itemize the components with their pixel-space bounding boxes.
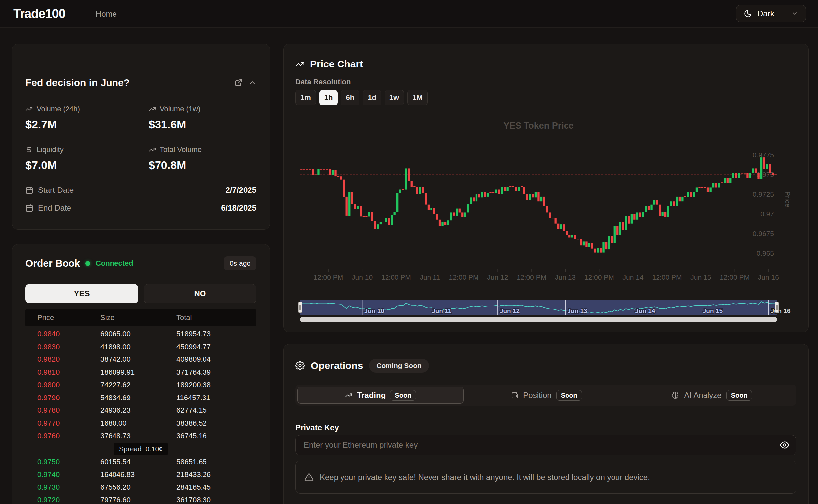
order-price: 0.9800	[25, 381, 100, 389]
order-book-row[interactable]: 0.973067556.20284165.45	[25, 481, 256, 494]
order-price: 0.9750	[25, 458, 100, 466]
last-update-badge: 0s ago	[224, 256, 256, 270]
order-size: 79776.60	[100, 496, 176, 504]
order-size: 54834.69	[100, 394, 176, 402]
stat-value: $7.0M	[25, 159, 149, 172]
order-book-row[interactable]: 0.972079776.60361708.30	[25, 494, 256, 504]
nav-link-home[interactable]: Home	[96, 9, 117, 19]
order-price: 0.9820	[25, 355, 100, 364]
order-book-row[interactable]: 0.979054834.69116457.31	[25, 392, 256, 404]
svg-text:0.9725: 0.9725	[753, 190, 774, 198]
date-label: Start Date	[38, 186, 74, 195]
order-book-row[interactable]: 0.984069065.00518954.73	[25, 328, 256, 341]
order-total: 189200.38	[176, 381, 256, 389]
order-price: 0.9830	[25, 343, 100, 351]
order-book-row[interactable]: 0.980074227.62189200.38	[25, 379, 256, 392]
eye-icon[interactable]	[780, 441, 789, 450]
stat-label: Volume (24h)	[37, 105, 80, 113]
stat-value: $70.8M	[149, 159, 256, 172]
external-link-icon[interactable]	[235, 79, 242, 87]
order-total: 58651.65	[176, 458, 256, 466]
column-header: Size	[100, 314, 176, 322]
candlestick-chart[interactable]: YES Token Price0.97750.9750.97250.970.96…	[283, 44, 809, 333]
svg-text:12:00 PM: 12:00 PM	[449, 273, 479, 281]
order-book-header: PriceSizeTotal	[25, 309, 256, 326]
order-price: 0.9840	[25, 330, 100, 338]
svg-text:Jun 15: Jun 15	[690, 273, 711, 281]
spread-row: Spread: 0.10¢	[25, 442, 256, 456]
order-book-row[interactable]: 0.9810186099.91371764.39	[25, 366, 256, 379]
operations-card: Operations Coming Soon TradingSoonPositi…	[283, 344, 809, 504]
column-header: Total	[176, 314, 256, 322]
order-size: 74227.62	[100, 381, 176, 389]
date-value: 2/7/2025	[226, 186, 256, 195]
market-stats: Volume (24h)$2.7MVolume (1w)$31.6MLiquid…	[25, 105, 256, 172]
order-total: 36745.16	[176, 432, 256, 440]
gear-icon	[295, 361, 305, 370]
brain-icon	[671, 391, 679, 399]
order-total: 371764.39	[176, 368, 256, 377]
svg-text:Jun 15: Jun 15	[703, 307, 723, 314]
order-book-row[interactable]: 0.975060155.5458651.65	[25, 456, 256, 469]
order-book-card: Order Book Connected 0s ago YESNO PriceS…	[12, 244, 270, 504]
market-stat: Volume (1w)$31.6M	[149, 105, 256, 131]
order-total: 450994.77	[176, 343, 256, 351]
trending-up-icon	[149, 105, 156, 113]
svg-text:Jun 13: Jun 13	[568, 307, 587, 314]
stat-label: Volume (1w)	[160, 105, 200, 113]
svg-text:Jun 12: Jun 12	[487, 273, 508, 281]
svg-text:Jun 11: Jun 11	[420, 273, 440, 281]
chevron-up-icon[interactable]	[248, 79, 256, 87]
operations-tab-trading[interactable]: TradingSoon	[297, 387, 464, 404]
svg-text:Jun 10: Jun 10	[352, 273, 372, 281]
date-row: Start Date2/7/2025	[25, 181, 256, 199]
coming-soon-badge: Coming Soon	[369, 359, 429, 373]
tab-label: Position	[523, 391, 551, 400]
order-book-row[interactable]: 0.983041898.00450994.77	[25, 341, 256, 354]
order-book-row[interactable]: 0.976037648.7336745.16	[25, 430, 256, 442]
operations-tab-ai-analyze[interactable]: AI AnalyzeSoon	[629, 387, 795, 404]
order-book-row[interactable]: 0.978024936.2362774.15	[25, 404, 256, 417]
market-stat: Liquidity$7.0M	[25, 146, 149, 172]
stat-value: $31.6M	[149, 118, 256, 131]
trending-up-icon	[149, 146, 156, 153]
soon-badge: Soon	[556, 390, 582, 401]
order-total: 518954.73	[176, 330, 256, 338]
app-logo[interactable]: Trade100	[13, 7, 65, 21]
order-book-row[interactable]: 0.97701680.0038386.52	[25, 417, 256, 430]
connection-status-label: Connected	[96, 259, 133, 268]
order-book-row[interactable]: 0.9740164046.83218433.26	[25, 468, 256, 481]
order-book-tab-no[interactable]: NO	[144, 284, 256, 303]
svg-text:12:00 PM: 12:00 PM	[517, 273, 546, 281]
market-stat: Total Volume$70.8M	[149, 146, 256, 172]
svg-text:0.97: 0.97	[760, 210, 774, 218]
market-stat: Volume (24h)$2.7M	[25, 105, 149, 131]
column-header: Price	[25, 314, 100, 322]
order-size: 1680.00	[100, 419, 176, 428]
order-size: 186099.91	[100, 368, 176, 377]
operations-title: Operations	[311, 360, 363, 371]
order-book-row[interactable]: 0.982038742.00409809.04	[25, 353, 256, 366]
order-book-rows: 0.984069065.00518954.730.983041898.00450…	[25, 328, 256, 504]
tab-label: Trading	[357, 391, 386, 400]
order-size: 24936.23	[100, 406, 176, 415]
chevron-down-icon	[791, 10, 798, 17]
theme-selector[interactable]: Dark	[736, 5, 806, 22]
spread-badge: Spread: 0.10¢	[114, 443, 168, 455]
order-price: 0.9770	[25, 419, 100, 428]
order-total: 62774.15	[176, 406, 256, 415]
soon-badge: Soon	[726, 390, 752, 401]
svg-text:12:00 PM: 12:00 PM	[720, 273, 750, 281]
soon-badge: Soon	[390, 390, 416, 401]
order-price: 0.9740	[25, 470, 100, 479]
order-price: 0.9790	[25, 394, 100, 402]
order-price: 0.9760	[25, 432, 100, 440]
price-chart-card: Price Chart Data Resolution 1m1h6h1d1w1M…	[283, 44, 809, 332]
svg-text:YES Token Price: YES Token Price	[503, 121, 574, 131]
order-book-tab-yes[interactable]: YES	[25, 284, 138, 303]
operations-tab-position[interactable]: PositionSoon	[464, 387, 629, 404]
svg-text:0.9675: 0.9675	[753, 230, 774, 237]
private-key-input[interactable]	[295, 435, 796, 455]
wallet-icon	[511, 391, 519, 399]
private-key-label: Private Key	[295, 423, 339, 432]
